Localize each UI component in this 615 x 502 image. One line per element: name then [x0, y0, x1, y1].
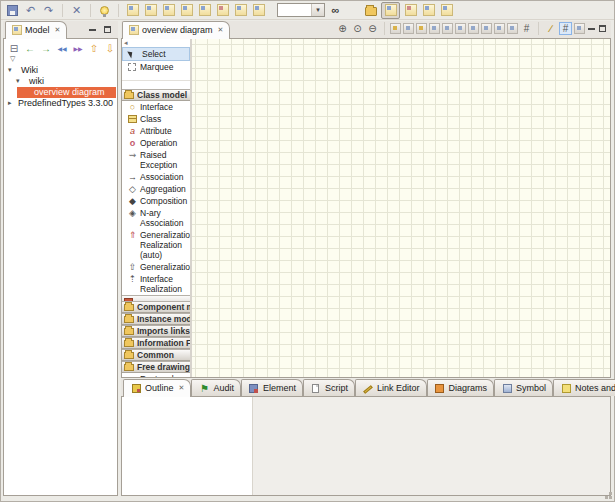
- search-combo[interactable]: ▾: [277, 3, 325, 17]
- align-bottom-button[interactable]: [481, 23, 492, 34]
- open-perspective-button[interactable]: [363, 3, 378, 18]
- related-elements-right-button[interactable]: ▶▶: [72, 42, 84, 54]
- resize-grip[interactable]: [609, 496, 612, 499]
- tab-outline[interactable]: Outline ✕: [123, 379, 191, 396]
- close-icon[interactable]: ✕: [218, 26, 224, 34]
- redo-button[interactable]: ↷: [41, 3, 56, 18]
- maximize-button[interactable]: [103, 25, 112, 34]
- tree-row-wiki-package[interactable]: ▾ wiki: [4, 76, 117, 87]
- palette-section-common[interactable]: Common: [122, 349, 190, 361]
- show-layers-button[interactable]: [574, 23, 585, 34]
- tab-symbol[interactable]: Symbol: [494, 379, 553, 396]
- tab-script[interactable]: Script: [303, 379, 355, 396]
- tab-audit[interactable]: ⚑ Audit: [191, 379, 241, 396]
- new-object-diagram-button[interactable]: [251, 3, 266, 18]
- expand-icon[interactable]: ▸: [8, 99, 12, 107]
- new-state-diagram-button[interactable]: [197, 3, 212, 18]
- expand-icon[interactable]: ▾: [8, 66, 12, 74]
- zoom-actual-button[interactable]: ⊙: [351, 22, 364, 35]
- palette-item-generalization[interactable]: ⇧ Generalization: [122, 261, 190, 273]
- diagram-canvas[interactable]: [192, 39, 610, 377]
- minimize-button[interactable]: [587, 24, 596, 33]
- palette-section-component-model[interactable]: Component mo...: [122, 301, 190, 313]
- same-height-button[interactable]: [507, 23, 518, 34]
- palette-item-class[interactable]: Class: [122, 113, 190, 125]
- tree-row-predefined-types[interactable]: ▸ PredefinedTypes 3.3.00: [4, 98, 117, 109]
- perspective-analyst-button[interactable]: [421, 3, 436, 18]
- tab-link-editor[interactable]: Link Editor: [355, 379, 427, 396]
- palette-section-instance-model[interactable]: Instance model: [122, 313, 190, 325]
- new-activity-diagram-button[interactable]: [215, 3, 230, 18]
- perspective-modeling-button[interactable]: [381, 2, 400, 19]
- close-icon[interactable]: ✕: [179, 384, 185, 392]
- zoom-out-button[interactable]: ⊖: [366, 22, 379, 35]
- move-down-button[interactable]: ⇩: [104, 42, 116, 54]
- close-icon[interactable]: ✕: [55, 26, 61, 34]
- align-top-button[interactable]: [468, 23, 479, 34]
- crossed-tools-button[interactable]: ✕: [69, 3, 84, 18]
- palette-item-rectangle[interactable]: ▭ Rectangle: [122, 373, 190, 377]
- pencil-edit-button[interactable]: ∕: [544, 22, 557, 35]
- palette-collapse-arrow[interactable]: ◂: [122, 39, 190, 47]
- collapse-all-button[interactable]: ⊟: [8, 42, 20, 54]
- expand-icon[interactable]: ▾: [16, 77, 20, 85]
- align-left-button[interactable]: [442, 23, 453, 34]
- tab-notes-and-constraints[interactable]: Notes and constraints: [553, 379, 615, 396]
- new-class-diagram-button[interactable]: [125, 3, 140, 18]
- print-button[interactable]: [390, 23, 401, 34]
- outline-view-content[interactable]: [122, 397, 253, 495]
- tab-model[interactable]: Model ✕: [5, 21, 67, 38]
- navigate-back-button[interactable]: ←: [24, 42, 36, 54]
- related-elements-left-button[interactable]: ◀◀: [56, 42, 68, 54]
- palette-item-nary-association[interactable]: ◈ N-ary Association: [122, 207, 190, 229]
- palette-tool-marquee[interactable]: Marquee: [122, 61, 190, 73]
- palette-tool-select[interactable]: Select: [122, 47, 190, 61]
- nary-association-icon: ◈: [127, 208, 138, 218]
- palette-item-interface[interactable]: ○ Interface: [122, 101, 190, 113]
- palette-item-operation[interactable]: o Operation: [122, 137, 190, 149]
- navigate-forward-button[interactable]: →: [40, 42, 52, 54]
- smart-assistant-button[interactable]: [97, 3, 112, 18]
- combo-dropdown-arrow[interactable]: ▾: [311, 4, 324, 16]
- tab-overview-diagram[interactable]: overview diagram ✕: [122, 21, 230, 38]
- new-deployment-diagram-button[interactable]: [233, 3, 248, 18]
- tab-element[interactable]: Element: [241, 379, 303, 396]
- minimize-button[interactable]: [88, 25, 97, 34]
- view-menu-chevron[interactable]: ▽: [4, 55, 117, 65]
- folder-icon: [124, 304, 134, 311]
- same-width-button[interactable]: [494, 23, 505, 34]
- new-sequence-diagram-button[interactable]: [179, 3, 194, 18]
- palette-section-information-flows[interactable]: Information Flo...: [122, 337, 190, 349]
- perspective-diagram-button[interactable]: [439, 3, 454, 18]
- palette-section-free-drawing[interactable]: Free drawing «: [122, 361, 190, 373]
- palette-item-raised-exception[interactable]: ⇝ Raised Exception: [122, 149, 190, 171]
- palette-section-imports-links[interactable]: Imports links: [122, 325, 190, 337]
- new-usecase-diagram-button[interactable]: [161, 3, 176, 18]
- tree-row-wiki-project[interactable]: ▾ Wiki: [4, 65, 117, 76]
- link-editor-pencil-icon: [363, 385, 373, 394]
- export-image-button[interactable]: [416, 23, 427, 34]
- snap-to-grid-button[interactable]: #: [559, 22, 572, 35]
- hash-grid-button[interactable]: #: [520, 22, 533, 35]
- palette-item-association[interactable]: → Association: [122, 171, 190, 183]
- undo-button[interactable]: ↶: [23, 3, 38, 18]
- perspective-development-button[interactable]: [403, 3, 418, 18]
- move-up-button[interactable]: ⇧: [88, 42, 100, 54]
- zoom-in-button[interactable]: ⊕: [336, 22, 349, 35]
- fit-to-window-button[interactable]: [429, 23, 440, 34]
- maximize-button[interactable]: [598, 24, 607, 33]
- save-button[interactable]: [5, 3, 20, 18]
- palette-item-aggregation[interactable]: ◇ Aggregation: [122, 183, 190, 195]
- new-package-diagram-button[interactable]: [143, 3, 158, 18]
- palette-item-attribute[interactable]: a Attribute: [122, 125, 190, 137]
- save-diagram-button[interactable]: [403, 23, 414, 34]
- align-right-button[interactable]: [455, 23, 466, 34]
- tab-diagrams[interactable]: Diagrams: [427, 379, 495, 396]
- search-button[interactable]: ∞: [328, 3, 343, 18]
- palette-item-label: Class: [140, 114, 189, 124]
- palette-item-interface-realization[interactable]: ⇡ Interface Realization: [122, 273, 190, 295]
- palette-item-generalization-realization-auto[interactable]: ⇑ Generalizatio... Realization (auto): [122, 229, 190, 261]
- palette-section-class-model[interactable]: Class model «: [122, 89, 190, 101]
- palette-item-composition[interactable]: ◆ Composition: [122, 195, 190, 207]
- tree-row-overview-diagram[interactable]: overview diagram: [4, 87, 117, 98]
